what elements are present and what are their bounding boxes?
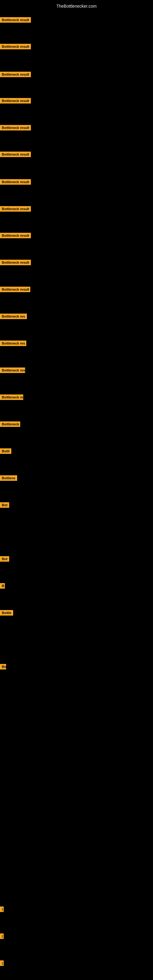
site-title: TheBottlenecker.com	[0, 1, 153, 11]
bottleneck-badge-label-6: Bottleneck result	[0, 179, 31, 185]
bottleneck-badge-label-24: |	[0, 934, 4, 939]
bottleneck-badge-label-9: Bottleneck result	[0, 260, 31, 265]
bottleneck-badge-5[interactable]: Bottleneck result	[0, 151, 31, 158]
bottleneck-badge-22[interactable]: Bo	[0, 664, 6, 671]
bottleneck-badge-3[interactable]: Bottleneck result	[0, 98, 31, 105]
bottleneck-badge-1[interactable]: Bottleneck result	[0, 44, 31, 51]
bottleneck-badge-label-15: Bottleneck	[0, 422, 20, 427]
bottleneck-badge-label-18: Bot	[0, 502, 9, 508]
bottleneck-badge-label-13: Bottleneck res	[0, 368, 25, 373]
bottleneck-badge-14[interactable]: Bottleneck re	[0, 395, 23, 401]
bottleneck-badge-label-5: Bottleneck result	[0, 151, 31, 157]
bottleneck-badge-24[interactable]: |	[0, 934, 2, 940]
bottleneck-badge-label-25: |	[0, 960, 4, 966]
bottleneck-badge-12[interactable]: Bottleneck res	[0, 340, 26, 347]
bottleneck-badge-20[interactable]: B	[0, 583, 5, 590]
bottleneck-badge-9[interactable]: Bottleneck result	[0, 260, 31, 266]
bottleneck-badge-23[interactable]: |	[0, 907, 2, 913]
bottleneck-badge-17[interactable]: Bottlene	[0, 475, 17, 482]
bottleneck-badge-label-22: Bo	[0, 664, 6, 670]
bottleneck-badge-label-20: B	[0, 583, 5, 589]
bottleneck-badge-15[interactable]: Bottleneck	[0, 422, 20, 428]
bottleneck-badge-label-8: Bottleneck result	[0, 233, 31, 238]
bottleneck-badge-6[interactable]: Bottleneck result	[0, 179, 31, 186]
bottleneck-badge-label-10: Bottleneck result	[0, 286, 30, 292]
bottleneck-badge-11[interactable]: Bottleneck res	[0, 313, 27, 320]
bottleneck-badge-label-16: Bottl	[0, 449, 11, 454]
bottleneck-badge-10[interactable]: Bottleneck result	[0, 286, 30, 293]
bottleneck-badge-18[interactable]: Bot	[0, 502, 9, 509]
bottleneck-badge-4[interactable]: Bottleneck result	[0, 125, 31, 132]
bottleneck-badge-13[interactable]: Bottleneck res	[0, 368, 25, 374]
bottleneck-badge-8[interactable]: Bottleneck result	[0, 233, 31, 240]
bottleneck-badge-21[interactable]: Bottle	[0, 610, 13, 617]
bottleneck-badge-label-7: Bottleneck result	[0, 206, 31, 212]
bottleneck-badge-7[interactable]: Bottleneck result	[0, 206, 31, 213]
bottleneck-badge-label-17: Bottlene	[0, 475, 17, 481]
bottleneck-badge-0[interactable]: Bottleneck result	[0, 17, 31, 24]
bottleneck-badge-label-23: |	[0, 907, 4, 912]
bottleneck-badge-25[interactable]: |	[0, 960, 2, 967]
bottleneck-badge-label-12: Bottleneck res	[0, 340, 26, 346]
bottleneck-badge-label-14: Bottleneck re	[0, 395, 23, 400]
bottleneck-badge-label-21: Bottle	[0, 610, 13, 616]
bottleneck-badge-label-2: Bottleneck result	[0, 72, 31, 77]
bottleneck-badge-label-4: Bottleneck result	[0, 125, 31, 130]
bottleneck-badge-16[interactable]: Bottl	[0, 449, 11, 455]
bottleneck-badge-19[interactable]: Bot	[0, 556, 9, 563]
bottleneck-badge-label-11: Bottleneck res	[0, 313, 27, 319]
bottleneck-badge-label-19: Bot	[0, 556, 9, 562]
bottleneck-badge-label-3: Bottleneck result	[0, 98, 31, 103]
bottleneck-badge-label-0: Bottleneck result	[0, 17, 31, 23]
bottleneck-badge-2[interactable]: Bottleneck result	[0, 72, 31, 78]
bottleneck-badge-label-1: Bottleneck result	[0, 44, 31, 49]
